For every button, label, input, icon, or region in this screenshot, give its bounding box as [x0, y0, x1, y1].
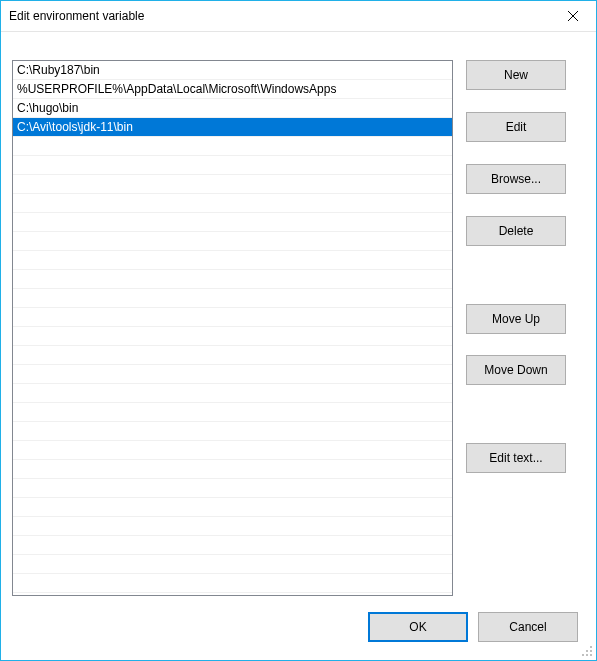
list-item[interactable]: C:\hugo\bin	[13, 99, 452, 118]
list-item-empty[interactable]	[13, 479, 452, 498]
list-item-empty[interactable]	[13, 175, 452, 194]
bottom-buttons: OK Cancel	[368, 612, 578, 642]
svg-rect-4	[590, 650, 592, 652]
list-item-empty[interactable]	[13, 460, 452, 479]
list-item-empty[interactable]	[13, 327, 452, 346]
list-item-empty[interactable]	[13, 346, 452, 365]
list-item-empty[interactable]	[13, 517, 452, 536]
svg-rect-3	[586, 650, 588, 652]
resize-grip-icon	[582, 646, 594, 658]
new-button[interactable]: New	[466, 60, 566, 90]
list-item[interactable]: %USERPROFILE%\AppData\Local\Microsoft\Wi…	[13, 80, 452, 99]
list-item-empty[interactable]	[13, 213, 452, 232]
list-item-empty[interactable]	[13, 194, 452, 213]
list-item-empty[interactable]	[13, 232, 452, 251]
close-button[interactable]	[550, 1, 596, 31]
path-listbox[interactable]: C:\Ruby187\bin%USERPROFILE%\AppData\Loca…	[12, 60, 453, 596]
list-item-empty[interactable]	[13, 498, 452, 517]
list-item-empty[interactable]	[13, 270, 452, 289]
window-title: Edit environment variable	[9, 9, 144, 23]
browse-button[interactable]: Browse...	[466, 164, 566, 194]
list-item-empty[interactable]	[13, 251, 452, 270]
list-item-empty[interactable]	[13, 137, 452, 156]
ok-button[interactable]: OK	[368, 612, 468, 642]
move-up-button[interactable]: Move Up	[466, 304, 566, 334]
svg-rect-6	[586, 654, 588, 656]
list-item-empty[interactable]	[13, 289, 452, 308]
list-item-empty[interactable]	[13, 441, 452, 460]
edit-text-button[interactable]: Edit text...	[466, 443, 566, 473]
list-item[interactable]: C:\Ruby187\bin	[13, 61, 452, 80]
list-item-empty[interactable]	[13, 156, 452, 175]
cancel-button[interactable]: Cancel	[478, 612, 578, 642]
edit-button[interactable]: Edit	[466, 112, 566, 142]
svg-rect-7	[590, 654, 592, 656]
move-down-button[interactable]: Move Down	[466, 355, 566, 385]
side-buttons: New Edit Browse... Delete Move Up Move D…	[466, 60, 566, 596]
list-item-empty[interactable]	[13, 574, 452, 593]
titlebar: Edit environment variable	[1, 1, 596, 32]
list-item-empty[interactable]	[13, 365, 452, 384]
list-item-empty[interactable]	[13, 308, 452, 327]
dialog-content: C:\Ruby187\bin%USERPROFILE%\AppData\Loca…	[1, 32, 596, 660]
close-icon	[568, 11, 578, 21]
resize-grip[interactable]	[582, 646, 594, 658]
main-area: C:\Ruby187\bin%USERPROFILE%\AppData\Loca…	[12, 43, 585, 596]
list-item[interactable]: C:\Avi\tools\jdk-11\bin	[13, 118, 452, 137]
svg-rect-5	[582, 654, 584, 656]
list-item-empty[interactable]	[13, 422, 452, 441]
list-item-empty[interactable]	[13, 555, 452, 574]
list-item-empty[interactable]	[13, 536, 452, 555]
list-item-empty[interactable]	[13, 403, 452, 422]
svg-rect-2	[590, 646, 592, 648]
list-item-empty[interactable]	[13, 384, 452, 403]
delete-button[interactable]: Delete	[466, 216, 566, 246]
